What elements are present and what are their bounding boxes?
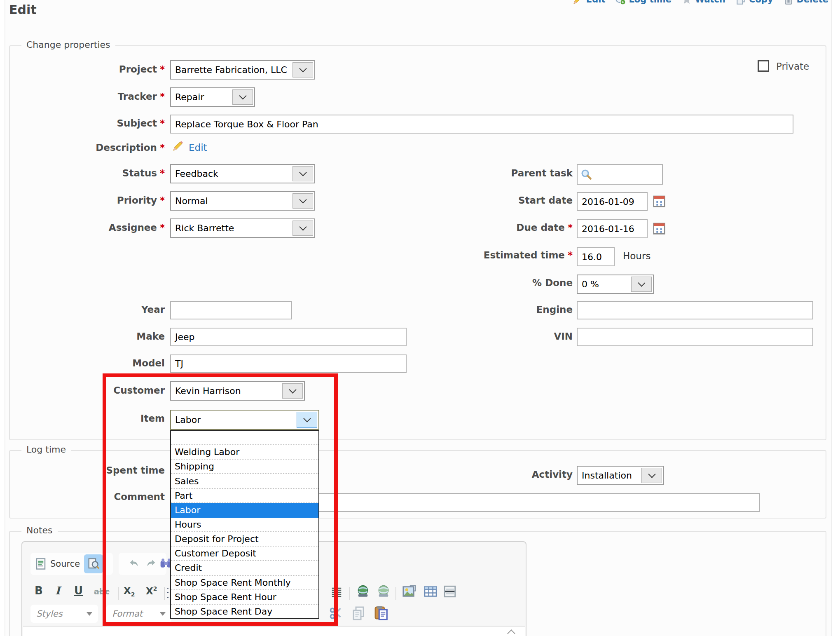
copy-icon [735, 0, 746, 5]
dropdown-option[interactable]: Shipping [171, 460, 318, 474]
dropdown-option-selected[interactable]: Labor [171, 503, 318, 518]
item-select-dropdown: Welding Labor Shipping Sales Part Labor … [170, 430, 319, 619]
context-delete-link[interactable]: Delete [783, 0, 828, 5]
editor-source-group: Source [30, 553, 113, 575]
dropdown-option[interactable]: Customer Deposit [171, 547, 318, 561]
styles-dropdown[interactable]: Styles [30, 605, 98, 623]
private-label: Private [776, 61, 809, 72]
subscript-button[interactable]: X2 [124, 585, 135, 598]
dropdown-option[interactable]: Sales [171, 474, 318, 488]
context-copy-link[interactable]: Copy [735, 0, 773, 5]
context-edit-link[interactable]: Edit [573, 0, 606, 5]
context-log-time-link[interactable]: Log time [615, 0, 672, 5]
percent-done-select[interactable]: 0 % [577, 275, 654, 294]
dropdown-option[interactable]: Shop Space Rent Monthly [171, 576, 318, 590]
change-properties-legend: Change properties [21, 40, 115, 50]
preview-button[interactable] [84, 554, 103, 573]
scissors-icon [329, 606, 344, 621]
project-label: Project* [0, 64, 165, 75]
superscript-button[interactable]: X2 [146, 585, 157, 596]
strikethrough-button[interactable]: abc [94, 587, 110, 596]
source-icon [35, 558, 47, 570]
tracker-label: Tracker* [0, 91, 165, 102]
table-icon [423, 584, 438, 598]
redo-button[interactable] [145, 558, 158, 570]
chevron-down-icon [282, 383, 303, 399]
image-icon [401, 584, 417, 598]
priority-select[interactable]: Normal [170, 191, 315, 211]
project-select[interactable]: Barrette Fabrication, LLC [170, 60, 315, 80]
due-date-input[interactable]: 2016-01-16 [577, 219, 648, 238]
justify-block-button[interactable] [330, 586, 344, 598]
parent-task-input[interactable] [577, 164, 663, 185]
dropdown-option[interactable]: Welding Labor [171, 445, 318, 460]
copy-button[interactable] [351, 606, 366, 621]
item-label: Item [0, 413, 165, 424]
priority-label: Priority* [0, 195, 165, 206]
description-edit-link[interactable]: Edit [189, 142, 207, 153]
dropdown-option[interactable]: Deposit for Project [171, 532, 318, 547]
engine-input[interactable] [577, 301, 813, 319]
private-checkbox[interactable] [758, 60, 769, 72]
dropdown-option[interactable] [171, 431, 318, 445]
dropdown-option[interactable]: Shop Space Rent Day [171, 605, 318, 618]
unlink-button[interactable] [376, 584, 391, 598]
chevron-down-icon [292, 193, 313, 209]
paste-button[interactable] [373, 605, 389, 621]
make-input[interactable]: Jeep [170, 328, 407, 346]
page-title: Edit [9, 2, 37, 17]
context-watch-link[interactable]: Watch [681, 0, 725, 5]
dropdown-option[interactable]: Credit [171, 561, 318, 575]
chevron-down-icon [292, 62, 313, 77]
estimated-time-input[interactable]: 16.0 [577, 247, 615, 266]
bold-button[interactable]: B [35, 584, 43, 597]
undo-icon [127, 558, 140, 570]
preview-icon [87, 558, 100, 570]
link-globe-icon [355, 584, 371, 598]
vin-input[interactable] [577, 328, 813, 346]
undo-button[interactable] [127, 558, 140, 570]
link-button[interactable] [355, 584, 371, 598]
dropdown-option[interactable]: Part [171, 489, 318, 503]
justify-block-icon [330, 586, 344, 598]
pencil-icon [172, 140, 184, 153]
underline-button[interactable]: U [74, 584, 83, 597]
engine-label: Engine [408, 304, 573, 315]
model-input[interactable]: TJ [170, 354, 407, 373]
chevron-down-icon [641, 468, 662, 483]
source-button[interactable]: Source [35, 558, 80, 570]
cut-button[interactable] [329, 606, 344, 621]
tracker-select[interactable]: Repair [170, 87, 255, 107]
insert-table-button[interactable] [423, 584, 438, 598]
comment-label: Comment [0, 491, 165, 502]
estimated-time-label: Estimated time* [408, 250, 573, 261]
editor-content-area[interactable] [23, 627, 525, 636]
star-icon [681, 0, 692, 5]
status-label: Status* [0, 168, 165, 178]
assignee-select[interactable]: Rick Barrette [170, 218, 315, 238]
year-input[interactable] [170, 301, 292, 319]
dropdown-option[interactable]: Hours [171, 518, 318, 532]
unlink-globe-icon [376, 584, 391, 598]
horizontal-rule-button[interactable] [442, 584, 457, 598]
dropdown-option[interactable]: Shop Space Rent Hour [171, 590, 318, 605]
subject-input[interactable]: Replace Torque Box & Floor Pan [170, 115, 793, 134]
calendar-icon[interactable] [653, 195, 666, 209]
activity-select[interactable]: Installation [577, 466, 664, 485]
change-properties-fieldset: Change properties [9, 45, 826, 440]
status-select[interactable]: Feedback [170, 164, 315, 183]
start-date-label: Start date [408, 195, 573, 206]
calendar-icon[interactable] [653, 222, 666, 237]
search-icon [580, 168, 592, 181]
start-date-input[interactable]: 2016-01-09 [577, 192, 648, 211]
due-date-label: Due date* [408, 222, 573, 233]
redo-icon [145, 558, 158, 570]
customer-select[interactable]: Kevin Harrison [170, 381, 305, 401]
italic-button[interactable]: I [55, 584, 60, 597]
format-dropdown[interactable]: Format [106, 605, 171, 623]
year-label: Year [0, 304, 165, 315]
item-select[interactable]: Labor [170, 410, 319, 430]
chevron-down-icon [631, 277, 652, 292]
paste-clipboard-icon [373, 605, 389, 621]
insert-image-button[interactable] [401, 584, 417, 598]
